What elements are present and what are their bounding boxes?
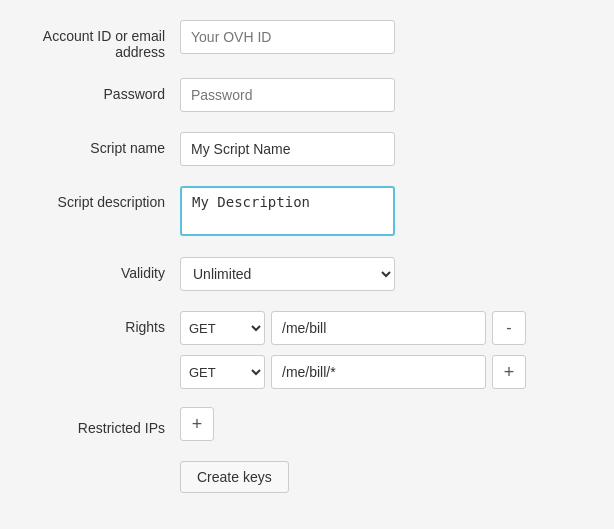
password-label: Password — [30, 78, 180, 102]
rights-field: GET POST PUT DELETE - GET POST PUT DELET… — [180, 311, 526, 389]
validity-select[interactable]: Unlimited 1 day 7 days 30 days 90 days 1… — [180, 257, 395, 291]
rights-row: Rights GET POST PUT DELETE - GET POST PU… — [30, 311, 584, 389]
rights-label: Rights — [30, 311, 180, 335]
path-input-1[interactable] — [271, 311, 486, 345]
rights-entry-1: GET POST PUT DELETE - — [180, 311, 526, 345]
script-name-input[interactable] — [180, 132, 395, 166]
script-name-label: Script name — [30, 132, 180, 156]
method-select-1[interactable]: GET POST PUT DELETE — [180, 311, 265, 345]
password-input[interactable] — [180, 78, 395, 112]
restricted-ips-label: Restricted IPs — [30, 412, 180, 436]
password-row: Password — [30, 78, 584, 114]
script-name-row: Script name — [30, 132, 584, 168]
add-ip-button[interactable]: + — [180, 407, 214, 441]
restricted-ips-row: Restricted IPs + — [30, 407, 584, 441]
script-description-field: My Description — [180, 186, 584, 239]
account-id-input[interactable] — [180, 20, 395, 54]
method-select-2[interactable]: GET POST PUT DELETE — [180, 355, 265, 389]
path-input-2[interactable] — [271, 355, 486, 389]
rights-entry-2: GET POST PUT DELETE + — [180, 355, 526, 389]
remove-right-button-1[interactable]: - — [492, 311, 526, 345]
script-description-label: Script description — [30, 186, 180, 210]
script-description-input[interactable]: My Description — [180, 186, 395, 236]
account-id-row: Account ID or email address — [30, 20, 584, 60]
add-right-button[interactable]: + — [492, 355, 526, 389]
validity-row: Validity Unlimited 1 day 7 days 30 days … — [30, 257, 584, 293]
account-id-label: Account ID or email address — [30, 20, 180, 60]
script-description-row: Script description My Description — [30, 186, 584, 239]
password-field — [180, 78, 584, 112]
validity-label: Validity — [30, 257, 180, 281]
create-keys-row: Create keys — [30, 461, 584, 493]
create-keys-button[interactable]: Create keys — [180, 461, 289, 493]
restricted-ips-field: + — [180, 407, 584, 441]
validity-field: Unlimited 1 day 7 days 30 days 90 days 1… — [180, 257, 584, 291]
script-name-field — [180, 132, 584, 166]
account-id-field — [180, 20, 584, 54]
